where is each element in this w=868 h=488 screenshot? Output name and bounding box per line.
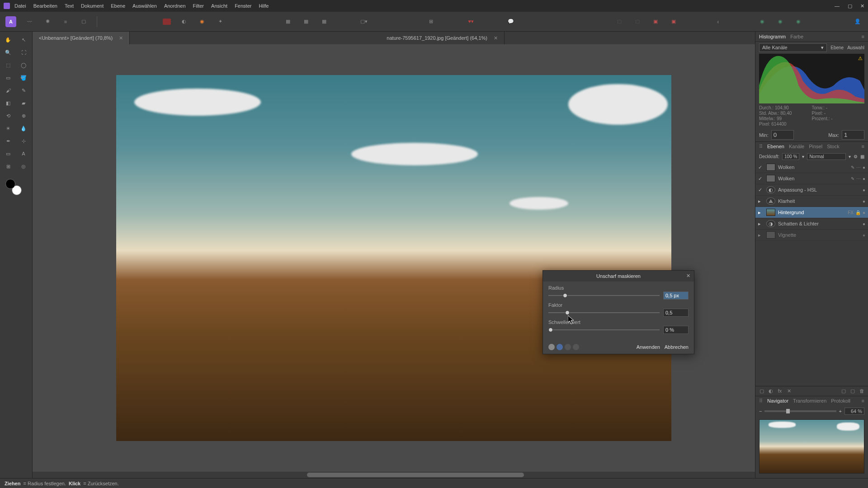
menu-auswaehlen[interactable]: Auswählen bbox=[132, 3, 157, 9]
dialog-titlebar[interactable]: Unscharf maskieren ✕ bbox=[543, 271, 694, 282]
minimize-icon[interactable]: — bbox=[835, 3, 840, 9]
mesh-tool-icon[interactable]: ⊞ bbox=[2, 161, 14, 172]
edit-icon[interactable]: ✎ bbox=[851, 165, 854, 170]
fx-icon[interactable]: fx bbox=[776, 388, 783, 394]
opt-auswahl[interactable]: Auswahl bbox=[847, 45, 864, 50]
zoom-out-icon[interactable]: − bbox=[759, 408, 762, 414]
zoom-in-icon[interactable]: + bbox=[839, 408, 842, 414]
liquify-icon[interactable]: 〰 bbox=[24, 17, 34, 27]
layer-item[interactable]: ▸Klarheit● bbox=[755, 196, 868, 207]
blend-chevron-icon[interactable]: ▾ bbox=[849, 154, 851, 159]
opacity-input[interactable]: 100 % bbox=[782, 153, 799, 160]
develop-icon[interactable]: ✺ bbox=[42, 17, 52, 27]
panel-grip-icon[interactable]: ⠿ bbox=[759, 398, 763, 404]
slider-handle[interactable] bbox=[548, 328, 553, 332]
layer-opts-icon[interactable]: ⚙ bbox=[854, 154, 858, 159]
tab-close-icon[interactable]: ✕ bbox=[119, 35, 123, 41]
cancel-button[interactable]: Abbrechen bbox=[665, 344, 689, 350]
erase-tool-icon[interactable]: ◧ bbox=[2, 98, 14, 108]
pen-tool-icon[interactable]: ✒ bbox=[2, 136, 14, 146]
visibility-icon[interactable]: ▸ bbox=[758, 210, 764, 216]
heart-icon[interactable]: ♥▾ bbox=[466, 17, 476, 27]
quicklook-icon[interactable]: ▢▾ bbox=[359, 17, 369, 27]
dot-icon[interactable]: ● bbox=[863, 210, 865, 215]
blur-tool-icon[interactable]: 💧 bbox=[17, 123, 30, 134]
picker-icon[interactable]: ✦ bbox=[215, 17, 225, 27]
lock-icon[interactable]: 🔒 bbox=[855, 210, 861, 215]
apply-button[interactable]: Anwenden bbox=[637, 344, 660, 350]
dialog-close-icon[interactable]: ✕ bbox=[686, 273, 690, 279]
visibility-icon[interactable]: ✓ bbox=[758, 187, 764, 193]
tab-transformieren[interactable]: Transformieren bbox=[793, 398, 826, 404]
clone-tool-icon[interactable]: ⟲ bbox=[2, 110, 14, 121]
document-tab-2[interactable]: nature-7595617_1920.jpg [Geändert] (64,1… bbox=[380, 32, 505, 44]
persona-logo-icon[interactable]: A bbox=[5, 16, 16, 27]
maximize-icon[interactable]: ▢ bbox=[848, 3, 852, 9]
menu-dokument[interactable]: Dokument bbox=[81, 3, 104, 9]
menu-fenster[interactable]: Fenster bbox=[235, 3, 251, 9]
world3-icon[interactable]: ◉ bbox=[793, 17, 803, 27]
close-icon[interactable]: ✕ bbox=[860, 3, 864, 9]
histogram-max-input[interactable] bbox=[842, 130, 864, 140]
panel-menu-icon[interactable]: ≡ bbox=[862, 34, 864, 39]
menu-hilfe[interactable]: Hilfe bbox=[259, 3, 269, 9]
dodge-tool-icon[interactable]: ☀ bbox=[2, 123, 14, 134]
dot-icon[interactable]: ● bbox=[863, 233, 865, 238]
layer-item[interactable]: ▸◑Schatten & Lichter● bbox=[755, 218, 868, 230]
swatch-icon[interactable] bbox=[163, 19, 171, 25]
arrange-icon[interactable]: ⊞ bbox=[426, 17, 436, 27]
menu-filter[interactable]: Filter bbox=[193, 3, 204, 9]
brush-tool-icon[interactable]: 🖌 bbox=[2, 85, 14, 96]
preview-mode-1-icon[interactable] bbox=[548, 344, 555, 350]
navigator-preview[interactable] bbox=[759, 419, 864, 474]
view-tool-icon[interactable]: 🔍 bbox=[2, 47, 14, 58]
menu-ebene[interactable]: Ebene bbox=[111, 3, 125, 9]
grid2-icon[interactable]: ▦ bbox=[301, 17, 311, 27]
opt-ebene[interactable]: Ebene bbox=[830, 45, 844, 50]
horizontal-scrollbar[interactable] bbox=[33, 472, 755, 478]
dot-icon[interactable]: ● bbox=[863, 188, 865, 192]
slider-handle[interactable] bbox=[786, 409, 790, 413]
selection-tool-icon[interactable]: ⬚ bbox=[2, 60, 14, 70]
fill-tool-icon[interactable]: ▰ bbox=[17, 98, 30, 108]
dot-icon[interactable]: ● bbox=[863, 199, 865, 204]
preview-mode-2-icon[interactable] bbox=[557, 344, 563, 350]
grid-icon[interactable]: ▦ bbox=[283, 17, 293, 27]
overlay1-icon[interactable]: ▢ bbox=[614, 17, 624, 27]
move-tool-icon[interactable]: ↖ bbox=[17, 34, 30, 45]
world2-icon[interactable]: ◉ bbox=[775, 17, 785, 27]
visibility-icon[interactable]: ▸ bbox=[758, 232, 764, 238]
group-icon[interactable]: ▢ bbox=[840, 388, 847, 394]
circle-tool-icon[interactable]: ◐ bbox=[179, 17, 189, 27]
schwellenwert-input[interactable]: 0 % bbox=[663, 326, 689, 334]
menu-datei[interactable]: Datei bbox=[14, 3, 26, 9]
lasso-tool-icon[interactable]: ◯ bbox=[17, 60, 30, 70]
panel-menu-icon[interactable]: ≡ bbox=[862, 398, 864, 404]
panel-menu-icon[interactable]: ≡ bbox=[862, 144, 864, 150]
overlay2-icon[interactable]: ▢ bbox=[632, 17, 642, 27]
visibility-icon[interactable]: ▸ bbox=[758, 221, 764, 227]
picker-tool-icon[interactable]: ◎ bbox=[17, 161, 30, 172]
pencil-tool-icon[interactable]: ✎ bbox=[17, 85, 30, 96]
scrollbar-thumb[interactable] bbox=[307, 473, 524, 477]
canvas-viewport[interactable] bbox=[33, 44, 755, 472]
panel-grip-icon[interactable]: ⠿ bbox=[759, 144, 763, 150]
dot-icon[interactable]: ● bbox=[863, 165, 865, 170]
zoom-slider[interactable] bbox=[764, 410, 836, 412]
menu-anordnen[interactable]: Anordnen bbox=[164, 3, 186, 9]
export-icon[interactable]: ▢ bbox=[79, 17, 89, 27]
shape-tool-icon[interactable]: ▭ bbox=[2, 148, 14, 159]
text-tool-icon[interactable]: A bbox=[17, 148, 30, 159]
mask-icon[interactable]: ▢ bbox=[758, 388, 765, 394]
visibility-icon[interactable]: ▸ bbox=[758, 198, 764, 204]
tab-navigator[interactable]: Navigator bbox=[767, 398, 788, 404]
hand-tool-icon[interactable]: ✋ bbox=[2, 34, 14, 45]
add-layer-icon[interactable]: ▢ bbox=[849, 388, 856, 394]
menu-text[interactable]: Text bbox=[65, 3, 74, 9]
layer-item[interactable]: ✓◐Anpassung - HSL● bbox=[755, 184, 868, 196]
dot-icon[interactable]: ● bbox=[863, 221, 865, 226]
node-tool-icon[interactable]: ⊹ bbox=[17, 136, 30, 146]
more-icon[interactable]: ⋯ bbox=[856, 165, 861, 170]
blend-mode-select[interactable]: Normal bbox=[807, 153, 846, 160]
fx-badge[interactable]: FX bbox=[848, 210, 854, 215]
